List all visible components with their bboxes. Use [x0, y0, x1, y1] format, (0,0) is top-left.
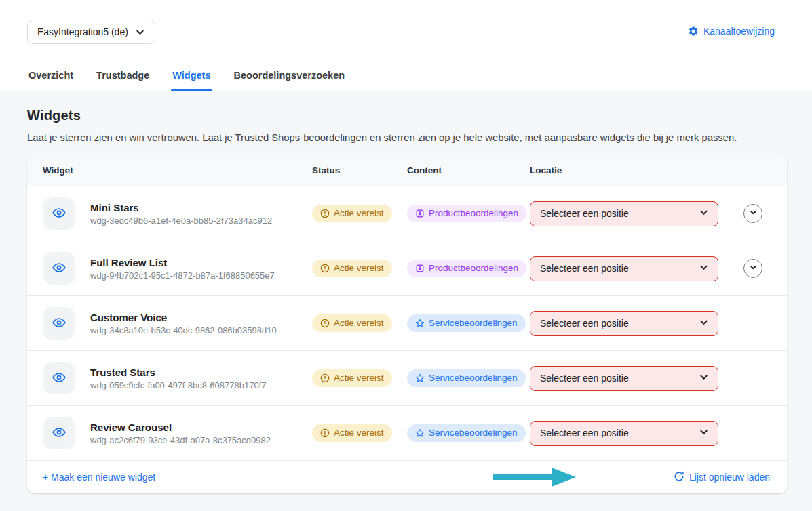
product-review-icon — [415, 264, 425, 273]
table-row: Trusted Stars wdg-059c9cfc-fa00-497f-8bc… — [27, 351, 787, 406]
chevron-down-icon — [749, 263, 758, 274]
table-footer: + Maak een nieuwe widget Lijst opnieuw l… — [27, 461, 787, 493]
widget-id: wdg-3edc49b6-a1ef-4e0a-bb85-2f73a34ac912 — [90, 216, 272, 226]
position-select[interactable]: Selecteer een positie — [530, 421, 718, 446]
position-select[interactable]: Selecteer een positie — [530, 311, 718, 336]
star-icon — [415, 319, 425, 328]
table-row: Review Carousel wdg-ac2c6f79-93ce-43df-a… — [27, 406, 787, 461]
content-badge: Servicebeoordelingen — [407, 314, 526, 332]
alert-circle-icon — [320, 428, 330, 438]
reload-list-label: Lijst opnieuw laden — [689, 472, 770, 483]
eye-icon — [52, 425, 66, 442]
main-content: Widgets Laat je sterren zien en win vert… — [0, 91, 812, 493]
alert-circle-icon — [320, 264, 330, 273]
tab-bar: Overzicht Trustbadge Widgets Beoordeling… — [0, 64, 812, 91]
top-header: EasyIntegration5 (de) Kanaaltoewijzing — [0, 0, 812, 64]
widget-id: wdg-059c9cfc-fa00-497f-8bc8-608778b170f7 — [90, 380, 266, 390]
expand-row-button[interactable] — [743, 259, 762, 278]
page-subtitle: Laat je sterren zien en win vertrouwen. … — [27, 132, 787, 143]
status-badge: Actie vereist — [312, 260, 392, 277]
tab-widgets[interactable]: Widgets — [171, 64, 212, 91]
widget-name: Review Carousel — [90, 422, 271, 433]
eye-icon — [52, 315, 66, 332]
channel-assignment-label: Kanaaltoewijzing — [703, 26, 775, 37]
widget-id: wdg-ac2c6f79-93ce-43df-a07a-8c375acd0982 — [90, 435, 271, 445]
status-badge: Actie vereist — [312, 205, 392, 222]
preview-eye-button[interactable] — [43, 197, 75, 230]
chevron-down-icon — [135, 27, 145, 37]
position-select[interactable]: Selecteer een positie — [530, 201, 718, 226]
tab-beoordelingsverzoeken[interactable]: Beoordelingsverzoeken — [233, 64, 347, 91]
column-header-widget: Widget — [27, 165, 312, 176]
alert-circle-icon — [320, 209, 330, 218]
page-title: Widgets — [27, 108, 787, 123]
shop-selector-dropdown[interactable]: EasyIntegration5 (de) — [27, 20, 155, 44]
column-header-content: Content — [407, 165, 530, 176]
table-row: Full Review List wdg-94b702c1-95c1-4872-… — [27, 241, 787, 296]
table-row: Customer Voice wdg-34c8a10e-b53c-40dc-98… — [27, 296, 787, 351]
alert-circle-icon — [320, 319, 330, 328]
chevron-down-icon — [699, 207, 709, 220]
position-select[interactable]: Selecteer een positie — [530, 256, 718, 281]
widget-name: Trusted Stars — [90, 367, 266, 378]
eye-icon — [52, 205, 66, 222]
eye-icon — [52, 370, 66, 387]
position-select[interactable]: Selecteer een positie — [530, 366, 718, 391]
annotation-arrow — [492, 467, 580, 490]
chevron-down-icon — [699, 427, 709, 439]
create-widget-label: + Maak een nieuwe widget — [43, 472, 155, 483]
preview-eye-button[interactable] — [43, 417, 75, 449]
chevron-down-icon — [699, 262, 709, 274]
reload-list-link[interactable]: Lijst opnieuw laden — [674, 471, 770, 484]
status-badge: Actie vereist — [312, 314, 392, 332]
star-icon — [415, 373, 425, 383]
widget-name: Full Review List — [90, 257, 275, 268]
tab-trustbadge[interactable]: Trustbadge — [95, 64, 151, 91]
widget-id: wdg-34c8a10e-b53c-40dc-9862-086b03598d10 — [90, 325, 277, 335]
chevron-down-icon — [699, 372, 709, 384]
preview-eye-button[interactable] — [43, 362, 75, 394]
create-widget-link[interactable]: + Maak een nieuwe widget — [43, 472, 155, 483]
column-header-status: Status — [312, 165, 407, 176]
content-badge: Servicebeoordelingen — [407, 369, 526, 387]
widgets-table-card: Widget Status Content Locatie Mini Stars… — [27, 155, 787, 493]
star-icon — [415, 428, 425, 438]
widget-name: Mini Stars — [90, 202, 272, 213]
status-badge: Actie vereist — [312, 424, 392, 442]
chevron-down-icon — [699, 317, 709, 329]
refresh-icon — [674, 471, 684, 484]
content-badge: Productbeoordelingen — [407, 260, 526, 277]
preview-eye-button[interactable] — [43, 252, 75, 285]
chevron-down-icon — [749, 208, 758, 219]
widget-id: wdg-94b702c1-95c1-4872-b87a-1f68850655e7 — [90, 270, 275, 281]
alert-circle-icon — [320, 373, 330, 383]
tab-overzicht[interactable]: Overzicht — [27, 64, 75, 91]
eye-icon — [52, 260, 66, 277]
preview-eye-button[interactable] — [43, 307, 75, 340]
shop-selector-label: EasyIntegration5 (de) — [37, 26, 128, 37]
product-review-icon — [415, 209, 425, 218]
status-badge: Actie vereist — [312, 369, 392, 387]
content-badge: Productbeoordelingen — [407, 205, 526, 222]
table-row: Mini Stars wdg-3edc49b6-a1ef-4e0a-bb85-2… — [27, 186, 787, 241]
column-header-locatie: Locatie — [530, 165, 733, 176]
widget-name: Customer Voice — [90, 312, 277, 323]
channel-assignment-link[interactable]: Kanaaltoewijzing — [688, 26, 775, 37]
expand-row-button[interactable] — [743, 204, 762, 223]
gear-icon — [688, 26, 699, 37]
content-badge: Servicebeoordelingen — [407, 424, 526, 442]
table-header: Widget Status Content Locatie — [27, 155, 787, 186]
